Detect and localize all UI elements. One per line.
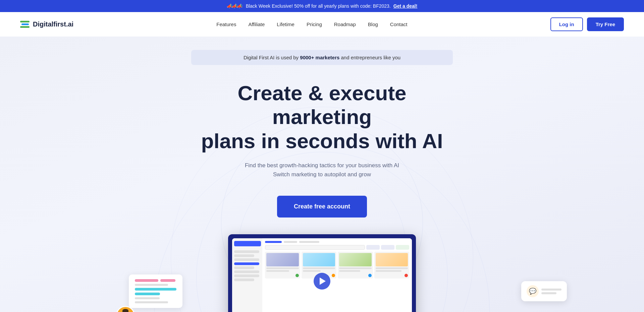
hero-title: Create & execute marketing plans in seco… xyxy=(195,81,449,153)
app-main xyxy=(262,238,412,312)
nav-item-blog[interactable]: Blog xyxy=(368,21,378,27)
card-line-4 xyxy=(135,288,176,291)
nav-link-features[interactable]: Features xyxy=(216,21,236,27)
nav-links: Features Affiliate Lifetime Pricing Road… xyxy=(216,21,407,27)
nav-link-pricing[interactable]: Pricing xyxy=(307,21,322,27)
app-card-1 xyxy=(265,252,300,278)
chat-line-2 xyxy=(541,292,556,294)
right-chat-bubble: 💬 xyxy=(521,281,567,301)
hero-section: Digital First AI is used by 9000+ market… xyxy=(0,37,644,312)
nav-item-roadmap[interactable]: Roadmap xyxy=(334,21,356,27)
main-screenshot xyxy=(228,234,416,312)
header: Digitalfirst.ai Features Affiliate Lifet… xyxy=(0,12,644,37)
app-cards-grid xyxy=(265,252,409,278)
create-free-account-button[interactable]: Create free account xyxy=(277,196,367,217)
card-line-2 xyxy=(160,279,175,282)
chat-line-1 xyxy=(541,289,561,291)
nav-link-blog[interactable]: Blog xyxy=(368,21,378,27)
social-proof-bar: Digital First AI is used by 9000+ market… xyxy=(191,50,453,65)
sidebar-item-5 xyxy=(234,270,259,273)
nav-link-roadmap[interactable]: Roadmap xyxy=(334,21,356,27)
card-text-2 xyxy=(266,270,289,272)
card-text-4 xyxy=(303,270,321,272)
hero-subtitle-line1: Find the best growth-hacking tactics for… xyxy=(245,162,399,169)
announcement-text: Black Week Exclusive! 50% off for all ye… xyxy=(246,3,391,9)
app-toolbar xyxy=(265,245,409,250)
social-proof-prefix: Digital First AI is used by xyxy=(244,55,300,60)
nav-link-lifetime[interactable]: Lifetime xyxy=(277,21,294,27)
social-proof-suffix: and entrepreneurs like you xyxy=(339,55,400,60)
card-text-8 xyxy=(376,270,401,272)
nav-item-features[interactable]: Features xyxy=(216,21,236,27)
card-img-2 xyxy=(303,253,335,266)
product-area: 💬 xyxy=(0,234,644,312)
card-line-5 xyxy=(135,293,160,295)
login-button[interactable]: Log in xyxy=(550,17,583,31)
sidebar-item-2 xyxy=(234,254,254,257)
app-card-4 xyxy=(374,252,410,278)
nav-item-pricing[interactable]: Pricing xyxy=(307,21,322,27)
svg-rect-4 xyxy=(122,311,128,312)
nav-item-contact[interactable]: Contact xyxy=(390,21,408,27)
card-text-5 xyxy=(339,267,372,269)
nav-buttons: Log in Try Free xyxy=(550,17,624,31)
nav-link-affiliate[interactable]: Affiliate xyxy=(248,21,265,27)
app-sidebar xyxy=(232,238,262,312)
card-img-4 xyxy=(376,253,408,266)
try-free-button[interactable]: Try Free xyxy=(587,17,624,31)
toolbar-btn-2 xyxy=(381,245,394,250)
card-dot-2 xyxy=(332,274,335,277)
card-line-6 xyxy=(135,297,160,299)
card-dot-1 xyxy=(296,274,299,277)
card-dot-3 xyxy=(368,274,372,277)
card-img-1 xyxy=(266,253,299,266)
nav-item-affiliate[interactable]: Affiliate xyxy=(248,21,265,27)
hero-title-line2: plans in seconds with AI xyxy=(201,129,443,152)
megaphone-icons: 📣📣📣 xyxy=(227,3,242,9)
social-proof-highlight: 9000+ marketers xyxy=(300,55,339,60)
logo-icon xyxy=(20,21,30,28)
announcement-cta[interactable]: Get a deal! xyxy=(393,3,418,9)
card-img-3 xyxy=(339,253,372,266)
tab-1 xyxy=(265,241,282,243)
nav-link-contact[interactable]: Contact xyxy=(390,21,408,27)
tab-3 xyxy=(299,241,319,243)
nav-item-lifetime[interactable]: Lifetime xyxy=(277,21,294,27)
chat-icon: 💬 xyxy=(527,285,539,297)
card-text-7 xyxy=(376,267,408,269)
card-lines xyxy=(135,279,176,303)
card-dot-4 xyxy=(405,274,408,277)
sidebar-item-1 xyxy=(234,250,259,253)
app-tabs xyxy=(265,241,409,243)
sidebar-item-6 xyxy=(234,274,259,277)
announcement-bar: 📣📣📣 Black Week Exclusive! 50% off for al… xyxy=(0,0,644,12)
sidebar-item-tactics xyxy=(234,262,259,265)
app-card-3 xyxy=(338,252,373,278)
hero-subtitle-line2: Switch marketing to autopilot and grow xyxy=(273,171,371,178)
sidebar-item-3 xyxy=(234,258,259,261)
left-floating-card xyxy=(129,274,182,308)
card-text-1 xyxy=(266,267,299,269)
hero-subtitle: Find the best growth-hacking tactics for… xyxy=(245,161,399,179)
logo-text: Digitalfirst.ai xyxy=(33,20,73,28)
toolbar-btn-3 xyxy=(396,245,409,250)
search-field-mock xyxy=(265,245,365,250)
toolbar-btn-1 xyxy=(366,245,380,250)
avatar-icon xyxy=(119,308,132,312)
sidebar-logo xyxy=(234,241,261,246)
sidebar-item-7 xyxy=(234,278,254,281)
tab-2 xyxy=(284,241,297,243)
card-text-6 xyxy=(339,270,360,272)
card-text-3 xyxy=(303,267,335,269)
card-line-3 xyxy=(135,284,168,286)
logo[interactable]: Digitalfirst.ai xyxy=(20,20,73,28)
play-button[interactable] xyxy=(314,273,330,290)
sidebar-item-4 xyxy=(234,266,254,269)
card-line-7 xyxy=(135,301,168,303)
hero-title-line1: Create & execute marketing xyxy=(237,81,406,128)
card-line-1 xyxy=(135,279,158,282)
chat-lines xyxy=(541,289,561,294)
